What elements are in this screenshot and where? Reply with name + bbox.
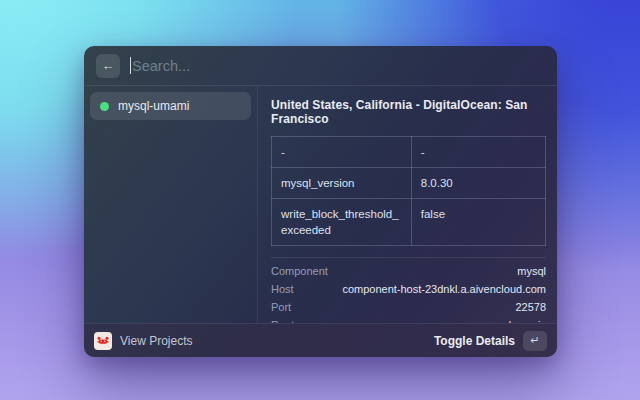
aiven-crab-icon: [94, 332, 112, 350]
table-cell-key: mysql_version: [272, 168, 412, 199]
status-dot-icon: [100, 102, 109, 111]
properties-section: Component mysql Host component-host-23dn…: [271, 257, 546, 323]
table-row: mysql_version 8.0.30: [272, 168, 546, 199]
property-label: Host: [271, 283, 294, 295]
property-label: Component: [271, 265, 328, 277]
desktop-background: { "search": { "placeholder": "Search..."…: [0, 0, 640, 400]
list-item-label: mysql-umami: [118, 99, 189, 113]
enter-keycap: ↵: [523, 331, 547, 351]
content-area: mysql-umami United States, California - …: [84, 86, 557, 323]
detail-panel: United States, California - DigitalOcean…: [258, 86, 557, 323]
view-projects-action[interactable]: View Projects: [94, 332, 192, 350]
search-field-wrap: [130, 57, 545, 74]
back-button[interactable]: ←: [96, 54, 120, 78]
view-projects-label: View Projects: [120, 334, 192, 348]
table-cell-value: -: [411, 137, 545, 168]
command-palette-window: ← mysql-umami United States, California …: [84, 46, 557, 357]
property-row: Component mysql: [271, 262, 546, 280]
property-value: 22578: [515, 301, 546, 313]
crab-glyph: [97, 336, 109, 346]
table-cell-key: write_block_threshold_exceeded: [272, 199, 412, 246]
toggle-details-action[interactable]: Toggle Details ↵: [434, 331, 547, 351]
table-cell-value: 8.0.30: [411, 168, 545, 199]
table-row: - -: [272, 137, 546, 168]
return-key-icon: ↵: [530, 334, 539, 347]
property-value: mysql: [517, 265, 546, 277]
table-row: write_block_threshold_exceeded false: [272, 199, 546, 246]
list-item[interactable]: mysql-umami: [90, 92, 251, 120]
table-cell-value: false: [411, 199, 545, 246]
search-bar: ←: [84, 46, 557, 86]
property-row: Port 22578: [271, 298, 546, 316]
property-row: Host component-host-23dnkl.a.aivencloud.…: [271, 280, 546, 298]
toggle-details-label: Toggle Details: [434, 334, 515, 348]
section-divider: [271, 257, 546, 258]
property-row: Route dynamic: [271, 316, 546, 323]
table-cell-key: -: [272, 137, 412, 168]
detail-title: United States, California - DigitalOcean…: [271, 94, 546, 136]
property-label: Port: [271, 301, 291, 313]
text-caret: [130, 57, 131, 74]
detail-table: - - mysql_version 8.0.30 write_block_thr…: [271, 136, 546, 246]
search-input[interactable]: [132, 58, 545, 74]
property-value: component-host-23dnkl.a.aivencloud.com: [342, 283, 546, 295]
results-list: mysql-umami: [84, 86, 258, 323]
back-arrow-icon: ←: [102, 58, 115, 73]
action-bar: View Projects Toggle Details ↵: [84, 323, 557, 357]
properties-list: Component mysql Host component-host-23dn…: [271, 262, 546, 323]
